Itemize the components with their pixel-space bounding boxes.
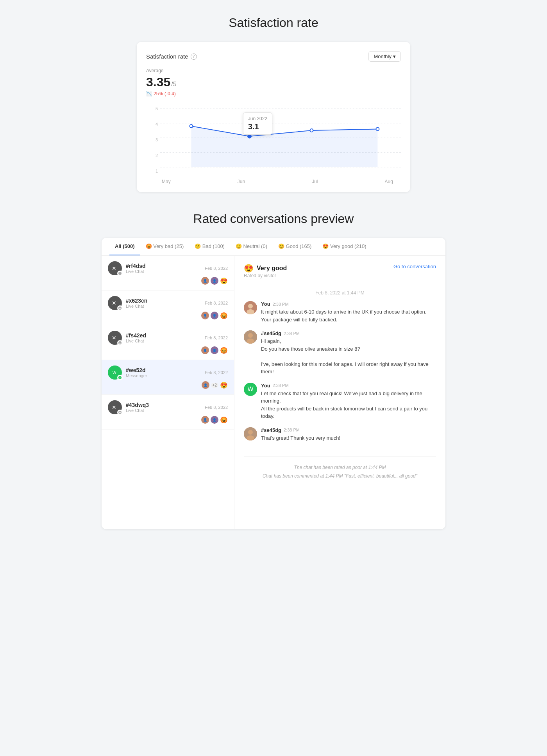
avatar: W: [108, 366, 122, 380]
tabs-row: All (500) 😡 Very bad (25) 😕 Bad (100) 😐 …: [102, 238, 445, 256]
conv-date: Feb 8, 2022: [205, 370, 228, 375]
msg-sender: You: [261, 383, 270, 389]
message-row: #se45dg 2:38 PM Hi again,Do you have tho…: [244, 330, 436, 376]
change-badge: 📉 25% (-0.4): [146, 91, 176, 96]
y-label-1: 1: [146, 169, 158, 173]
list-item[interactable]: ✕ #fs42ed Live Chat Feb 8, 2022 👤: [102, 325, 234, 360]
message-avatar: [244, 301, 257, 314]
tooltip-date: Jun 2022: [248, 116, 267, 121]
svg-point-6: [190, 125, 193, 128]
list-item[interactable]: ✕ #rf4dsd Live Chat Feb 8, 2022 👤: [102, 256, 234, 291]
card-label: Satisfaction rate: [146, 53, 188, 60]
chat-commented-notice: Chat has been commented at 1:44 PM "Fast…: [244, 473, 436, 479]
x-axis: May Jun Jul Aug: [146, 177, 401, 184]
tab-very-good[interactable]: 😍 Very good (210): [317, 238, 372, 255]
y-axis: 5 4 3 2 1: [146, 105, 158, 175]
msg-text: Hi again,Do you have those olive sneaker…: [261, 337, 436, 376]
avatar: ✕: [108, 261, 122, 275]
tab-very-bad[interactable]: 😡 Very bad (25): [140, 238, 189, 255]
conversation-detail: 😍 Very good Rated by visitor Go to conve…: [234, 256, 445, 529]
card-header: Satisfaction rate ? Monthly ▾: [146, 51, 401, 62]
message-content: #se45dg 2:38 PM Hi again,Do you have tho…: [261, 330, 436, 376]
list-item[interactable]: ✕ #x623cn Live Chat Feb 8, 2022 👤: [102, 291, 234, 325]
rating-emoji: 😍: [244, 264, 254, 273]
list-item[interactable]: W #we52d Messenger Feb 8, 2022 👤: [102, 360, 234, 395]
message-row: W You 2:38 PM Let me check that for you …: [244, 383, 436, 420]
help-icon[interactable]: ?: [191, 53, 197, 60]
x-label-aug: Aug: [385, 179, 393, 184]
down-arrow-icon: 📉: [146, 91, 152, 96]
tab-good[interactable]: 😊 Good (165): [273, 238, 317, 255]
message-row: #se45dg 2:38 PM That's great! Thank you …: [244, 427, 436, 442]
mini-avatar: 👤: [201, 346, 209, 354]
conversations-list: ✕ #rf4dsd Live Chat Feb 8, 2022 👤: [102, 256, 234, 529]
chat-footer: The chat has been rated as poor at 1:44 …: [244, 456, 436, 479]
emoji-rating: 😡: [220, 416, 228, 424]
conv-date: Feb 8, 2022: [205, 405, 228, 410]
emoji-rating: 😡: [220, 347, 228, 354]
msg-text: It might take about 6-10 days to arrive …: [261, 308, 426, 323]
tab-bad[interactable]: 😕 Bad (100): [189, 238, 230, 255]
conv-date: Feb 8, 2022: [205, 335, 228, 340]
x-label-jun: Jun: [238, 179, 245, 184]
svg-point-28: [248, 430, 253, 435]
msg-time: 2:38 PM: [284, 428, 300, 432]
msg-time: 2:38 PM: [273, 383, 289, 388]
conv-id: #43dwq3: [126, 402, 149, 408]
rated-by: Rated by visitor: [244, 273, 287, 278]
svg-text:✕: ✕: [112, 335, 116, 341]
list-item[interactable]: ✕ #43dwq3 Live Chat Feb 8, 2022 👤: [102, 395, 234, 430]
conv-type: Live Chat: [126, 304, 147, 308]
chart-svg: [160, 105, 401, 175]
avatar: ✕: [108, 296, 122, 310]
chart-container: 5 4 3 2 1: [146, 105, 401, 183]
mini-avatar: 👤: [211, 346, 218, 354]
card-header-left: Satisfaction rate ?: [146, 53, 197, 60]
page-title-1: Satisfaction rate: [8, 16, 539, 30]
svg-point-11: [118, 272, 122, 275]
average-label: Average: [146, 68, 401, 73]
msg-text: Let me check that for you real quick! We…: [261, 390, 436, 420]
msg-sender: #se45dg: [261, 427, 281, 433]
emoji-rating: 😡: [220, 312, 228, 319]
rating-label: 😍 Very good: [244, 264, 287, 273]
chat-rated-notice: The chat has been rated as poor at 1:44 …: [244, 465, 436, 470]
tab-neutral[interactable]: 😐 Neutral (0): [230, 238, 273, 255]
x-label-jul: Jul: [312, 179, 318, 184]
svg-text:✕: ✕: [112, 265, 116, 271]
conv-type: Live Chat: [126, 339, 146, 343]
svg-text:✕: ✕: [112, 300, 116, 306]
svg-point-22: [248, 304, 253, 308]
chevron-down-icon: ▾: [393, 53, 396, 59]
tooltip-value: 3.1: [248, 122, 267, 131]
conv-id: #we52d: [126, 367, 147, 373]
message-content: You 2:38 PM Let me check that for you re…: [261, 383, 436, 420]
conv-id: #fs42ed: [126, 332, 146, 339]
message-row: You 2:38 PM It might take about 6-10 day…: [244, 301, 436, 323]
message-content: #se45dg 2:38 PM That's great! Thank you …: [261, 427, 340, 442]
plus-badge: +2: [211, 383, 218, 388]
svg-text:W: W: [113, 371, 116, 375]
mini-avatar: 👤: [202, 381, 209, 389]
avatar: ✕: [108, 400, 122, 414]
go-to-conversation-link[interactable]: Go to conversation: [393, 264, 436, 269]
msg-time: 2:38 PM: [273, 302, 289, 307]
message-avatar: [244, 330, 257, 344]
conv-id: #x623cn: [126, 298, 147, 304]
conv-type: Live Chat: [126, 408, 149, 413]
x-label-may: May: [162, 179, 171, 184]
satisfaction-card: Satisfaction rate ? Monthly ▾ Average 3.…: [137, 42, 410, 192]
conv-type: Messenger: [126, 373, 147, 378]
tab-all[interactable]: All (500): [109, 238, 140, 255]
change-pct: 25%: [154, 91, 163, 96]
message-content: You 2:38 PM It might take about 6-10 day…: [261, 301, 426, 323]
change-delta: (-0.4): [164, 91, 176, 96]
svg-point-8: [310, 129, 313, 132]
monthly-button[interactable]: Monthly ▾: [368, 51, 401, 62]
page-title-2: Rated conversations preview: [8, 212, 539, 226]
svg-text:✕: ✕: [112, 404, 116, 410]
average-value: 3.35 /5: [146, 75, 401, 89]
svg-point-9: [376, 128, 379, 131]
y-label-3: 3: [146, 137, 158, 142]
svg-point-7: [248, 134, 252, 138]
